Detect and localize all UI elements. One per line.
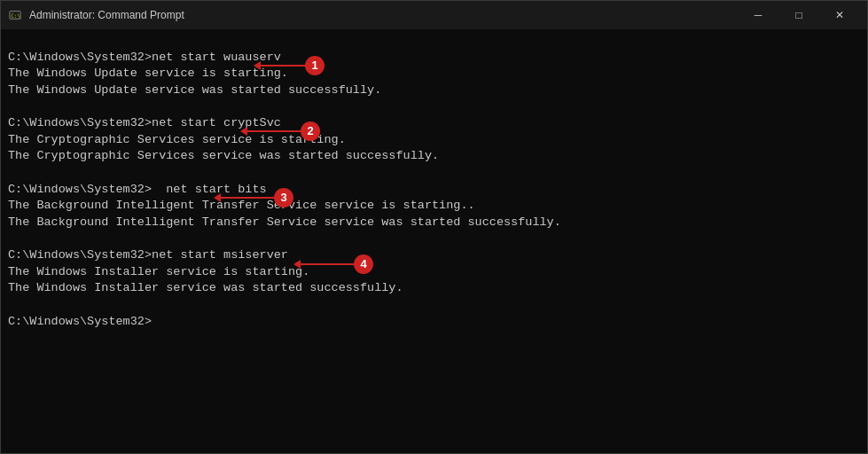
terminal-line: C:\Windows\System32>net start msiserver bbox=[8, 247, 860, 264]
badge-2: 2 bbox=[301, 121, 320, 141]
terminal-line bbox=[8, 99, 860, 116]
badge-4: 4 bbox=[354, 254, 373, 274]
window-title: Administrator: Command Prompt bbox=[29, 9, 738, 21]
badge-1: 1 bbox=[305, 56, 325, 75]
annotation-4: 4 bbox=[293, 254, 373, 274]
annotation-3: 3 bbox=[214, 188, 293, 207]
terminal-line: C:\Windows\System32>net start cryptSvc bbox=[8, 115, 860, 132]
terminal-line: The Background Intelligent Transfer Serv… bbox=[8, 198, 860, 215]
terminal-line: The Cryptographic Services service is st… bbox=[8, 132, 860, 149]
terminal-line: The Windows Update service is starting. bbox=[8, 66, 860, 82]
cmd-icon: C:\ bbox=[8, 8, 22, 22]
terminal-body[interactable]: C:\Windows\System32>net start wuauservTh… bbox=[1, 29, 867, 453]
terminal-line bbox=[8, 297, 860, 314]
maximize-button[interactable]: □ bbox=[778, 1, 819, 29]
minimize-button[interactable]: ─ bbox=[738, 1, 778, 29]
terminal-line: The Windows Installer service was starte… bbox=[8, 280, 860, 297]
terminal-line: The Cryptographic Services service was s… bbox=[8, 148, 860, 165]
terminal-line bbox=[8, 33, 860, 50]
terminal-line bbox=[8, 165, 860, 182]
svg-text:C:\: C:\ bbox=[11, 12, 20, 19]
terminal-line: C:\Windows\System32> net start bits bbox=[8, 182, 860, 199]
terminal-line bbox=[8, 231, 860, 248]
terminal-line: C:\Windows\System32>net start wuauserv bbox=[8, 50, 860, 67]
title-bar: C:\ Administrator: Command Prompt ─ □ ✕ bbox=[1, 1, 867, 29]
command-prompt-window: C:\ Administrator: Command Prompt ─ □ ✕ … bbox=[0, 0, 868, 454]
badge-3: 3 bbox=[274, 188, 293, 207]
annotation-2: 2 bbox=[240, 121, 320, 141]
terminal-line: The Windows Update service was started s… bbox=[8, 82, 860, 99]
annotation-1: 1 bbox=[254, 56, 325, 75]
terminal-line: The Background Intelligent Transfer Serv… bbox=[8, 215, 860, 231]
window-controls: ─ □ ✕ bbox=[738, 1, 860, 29]
terminal-line: C:\Windows\System32> bbox=[8, 314, 860, 331]
terminal-line: The Windows Installer service is startin… bbox=[8, 264, 860, 281]
close-button[interactable]: ✕ bbox=[819, 1, 860, 29]
